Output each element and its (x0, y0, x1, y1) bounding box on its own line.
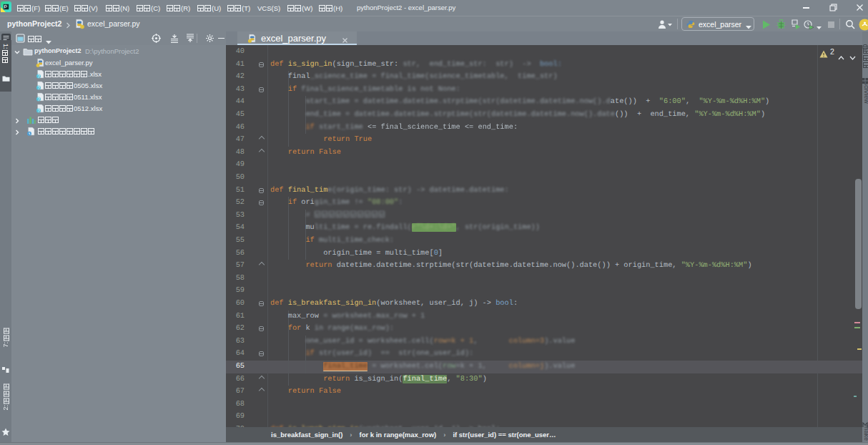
svg-text:?: ? (37, 108, 40, 113)
svg-text:?: ? (37, 85, 40, 90)
svg-text:?: ? (37, 74, 40, 79)
svg-text:?: ? (37, 97, 40, 102)
